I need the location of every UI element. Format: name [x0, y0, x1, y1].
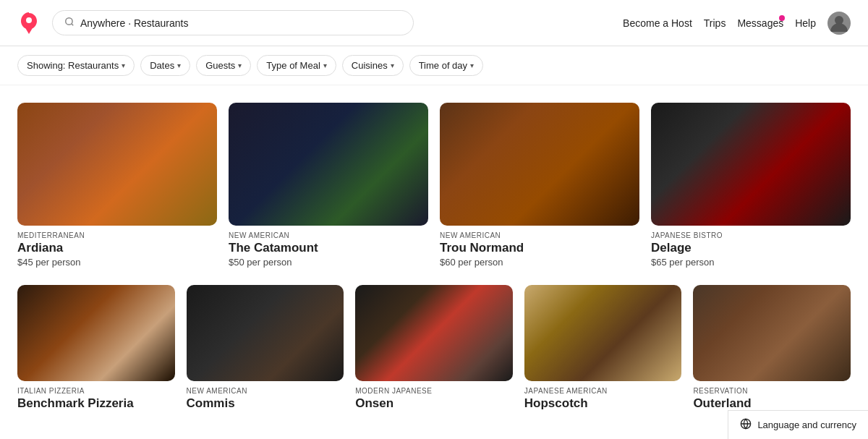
restaurant-cuisine: JAPANESE AMERICAN — [524, 387, 682, 395]
restaurants-row-1: MEDITERRANEAN Ardiana $45 per person NEW… — [17, 103, 851, 268]
header: Become a Host Trips Messages Help — [0, 0, 868, 46]
chevron-down-icon: ▾ — [470, 61, 474, 69]
filter-dates[interactable]: Dates ▾ — [140, 55, 190, 76]
airbnb-logo[interactable] — [17, 12, 41, 35]
restaurant-card[interactable]: RESERVATION Outerland — [693, 285, 851, 411]
filter-type-of-meal[interactable]: Type of Meal ▾ — [257, 55, 336, 76]
search-icon — [64, 17, 75, 29]
chevron-down-icon: ▾ — [391, 61, 394, 69]
restaurant-image — [187, 285, 344, 381]
restaurant-name: The Catamount — [229, 241, 428, 255]
restaurant-price: $45 per person — [17, 257, 217, 268]
main-content: MEDITERRANEAN Ardiana $45 per person NEW… — [0, 85, 868, 428]
restaurant-name: Hopscotch — [524, 396, 682, 411]
restaurant-cuisine: RESERVATION — [693, 387, 851, 395]
restaurant-price: $65 per person — [651, 257, 851, 268]
restaurant-card[interactable]: MEDITERRANEAN Ardiana $45 per person — [17, 103, 217, 268]
restaurant-cuisine: MEDITERRANEAN — [17, 231, 217, 239]
restaurant-card[interactable]: ITALIAN PIZZERIA Benchmark Pizzeria — [17, 285, 175, 411]
globe-icon — [740, 418, 752, 428]
restaurant-name: Onsen — [355, 396, 513, 411]
filter-bar: Showing: Restaurants ▾ Dates ▾ Guests ▾ … — [0, 46, 868, 85]
restaurant-name: Commis — [187, 396, 344, 411]
restaurant-cuisine: NEW AMERICAN — [229, 231, 428, 239]
restaurant-cuisine: NEW AMERICAN — [440, 231, 639, 239]
restaurant-card[interactable]: JAPANESE BISTRO Delage $65 per person — [651, 103, 851, 268]
restaurant-name: Trou Normand — [440, 241, 639, 255]
restaurant-image — [17, 285, 175, 381]
restaurant-image — [693, 285, 851, 381]
trips-link[interactable]: Trips — [704, 17, 726, 29]
restaurant-image — [651, 103, 851, 226]
restaurant-image — [17, 103, 217, 226]
restaurant-cuisine: JAPANESE BISTRO — [651, 231, 851, 239]
messages-link[interactable]: Messages — [737, 17, 783, 29]
restaurant-image — [524, 285, 682, 381]
help-link[interactable]: Help — [795, 17, 816, 29]
restaurant-price: $60 per person — [440, 257, 639, 268]
restaurants-row-2: ITALIAN PIZZERIA Benchmark Pizzeria NEW … — [17, 285, 851, 411]
avatar[interactable] — [827, 12, 851, 35]
filter-time-of-day[interactable]: Time of day ▾ — [409, 55, 483, 76]
restaurant-cuisine: ITALIAN PIZZERIA — [17, 387, 175, 395]
chevron-down-icon: ▾ — [238, 61, 242, 69]
restaurant-image — [355, 285, 513, 381]
chevron-down-icon: ▾ — [177, 61, 181, 69]
search-bar[interactable] — [52, 10, 414, 35]
restaurant-name: Delage — [651, 241, 851, 255]
messages-wrap[interactable]: Messages — [737, 17, 783, 30]
restaurant-cuisine: NEW AMERICAN — [187, 387, 344, 395]
restaurant-price: $50 per person — [229, 257, 428, 268]
restaurant-name: Outerland — [693, 396, 851, 411]
chevron-down-icon: ▾ — [323, 61, 327, 69]
become-host-link[interactable]: Become a Host — [623, 17, 692, 29]
chevron-down-icon: ▾ — [122, 61, 125, 69]
filter-guests[interactable]: Guests ▾ — [196, 55, 251, 76]
restaurant-image — [440, 103, 639, 226]
header-nav: Become a Host Trips Messages Help — [623, 12, 851, 35]
restaurant-card[interactable]: MODERN JAPANESE Onsen — [355, 285, 513, 411]
restaurant-card[interactable]: JAPANESE AMERICAN Hopscotch — [524, 285, 682, 411]
search-input[interactable] — [80, 17, 401, 29]
messages-notification-dot — [779, 15, 785, 21]
svg-point-0 — [66, 18, 72, 25]
filter-cuisines[interactable]: Cuisines ▾ — [342, 55, 404, 76]
restaurant-card[interactable]: NEW AMERICAN Trou Normand $60 per person — [440, 103, 639, 268]
restaurant-name: Benchmark Pizzeria — [17, 396, 175, 411]
restaurant-card[interactable]: NEW AMERICAN The Catamount $50 per perso… — [229, 103, 428, 268]
restaurant-image — [229, 103, 428, 226]
filter-showing[interactable]: Showing: Restaurants ▾ — [17, 55, 135, 76]
restaurant-cuisine: MODERN JAPANESE — [355, 387, 513, 395]
footer-language-currency[interactable]: Language and currency — [728, 410, 868, 428]
restaurant-card[interactable]: NEW AMERICAN Commis — [187, 285, 344, 411]
restaurant-name: Ardiana — [17, 241, 217, 255]
